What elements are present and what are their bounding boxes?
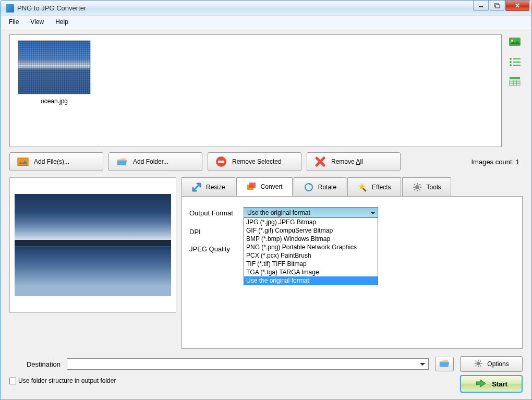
svg-rect-10 [513, 65, 521, 66]
svg-line-29 [414, 184, 415, 185]
dropdown-option[interactable]: TIF (*.tif) TIFF Bitmap [244, 260, 378, 268]
remove-selected-button[interactable]: Remove Selected [208, 152, 301, 171]
svg-rect-21 [249, 183, 256, 188]
image-icon [17, 157, 29, 166]
svg-point-24 [415, 185, 419, 189]
output-format-label: Output Format [189, 209, 244, 217]
output-format-dropdown[interactable]: JPG (*.jpg) JPEG BitmapGIF (*.gif) Compu… [244, 217, 378, 285]
svg-line-30 [419, 189, 420, 190]
convert-panel: Output Format Use the original format DP… [182, 196, 523, 349]
gallery-item[interactable]: ocean.jpg [15, 40, 93, 141]
destination-combo[interactable] [67, 358, 429, 370]
use-folder-structure-checkbox[interactable]: Use folder structure in output folder [9, 377, 116, 384]
menu-help[interactable]: Help [50, 17, 74, 27]
browse-button[interactable] [435, 357, 454, 371]
minimize-button[interactable] [473, 1, 489, 11]
svg-rect-8 [513, 62, 521, 63]
gallery-thumbnail [18, 40, 91, 94]
svg-point-33 [477, 361, 480, 365]
maximize-button[interactable] [490, 1, 504, 11]
window-title: PNG to JPG Converter [17, 4, 86, 12]
svg-rect-0 [479, 6, 483, 7]
dropdown-option[interactable]: GIF (*.gif) CompuServe Bitmap [244, 226, 378, 235]
svg-rect-6 [513, 58, 521, 59]
svg-line-31 [419, 184, 420, 185]
remove-all-button[interactable]: Remove All [307, 152, 401, 171]
svg-point-9 [510, 64, 512, 66]
add-folder-label: Add Folder... [133, 158, 168, 165]
remove-selected-label: Remove Selected [232, 158, 282, 165]
menubar: File View Help [1, 16, 531, 28]
tools-icon [412, 182, 422, 192]
resize-icon [191, 182, 202, 192]
dropdown-option[interactable]: PNG (*.png) Portable Network Graphics [244, 243, 378, 251]
tab-tools[interactable]: Tools [402, 177, 451, 196]
dpi-label: DPI [189, 228, 244, 236]
menu-file[interactable]: File [4, 17, 24, 27]
gear-icon [474, 359, 483, 370]
dropdown-option[interactable]: JPG (*.jpg) JPEG Bitmap [244, 218, 378, 226]
menu-view[interactable]: View [25, 17, 49, 27]
folder-open-icon [439, 359, 450, 370]
preview-image [15, 194, 171, 296]
thumbnail-view-icon[interactable] [508, 37, 522, 47]
svg-rect-2 [495, 5, 500, 8]
preview-pane [9, 177, 176, 313]
tab-rotate[interactable]: Rotate [294, 177, 346, 196]
svg-point-7 [510, 61, 512, 63]
svg-line-39 [480, 365, 481, 366]
jpeg-quality-label: JPEG Quality [189, 245, 244, 253]
rotate-icon [304, 182, 314, 192]
app-icon [6, 4, 14, 13]
svg-rect-23 [362, 188, 367, 192]
remove-all-label: Remove All [331, 158, 363, 165]
tab-convert[interactable]: Convert [236, 177, 293, 196]
tab-bar: Resize Convert Rotate Effects [182, 177, 523, 196]
dropdown-option[interactable]: BMP (*.bmp) Windows Bitmap [244, 235, 378, 243]
titlebar[interactable]: PNG to JPG Converter ✕ [1, 1, 531, 16]
svg-rect-12 [510, 80, 520, 86]
output-format-combo[interactable]: Use the original format [244, 207, 378, 219]
image-gallery[interactable]: ocean.jpg [9, 34, 502, 147]
arrow-right-icon [475, 379, 487, 390]
start-button[interactable]: Start [460, 375, 523, 393]
dropdown-option[interactable]: TGA (*.tga) TARGA Image [244, 268, 378, 276]
svg-point-4 [511, 40, 513, 42]
add-file-button[interactable]: Add File(s)... [9, 152, 103, 171]
effects-icon [357, 182, 368, 192]
folder-icon [116, 157, 128, 166]
convert-icon [246, 181, 257, 192]
svg-line-41 [476, 365, 477, 366]
svg-point-5 [510, 58, 512, 60]
add-file-label: Add File(s)... [34, 158, 69, 165]
minus-icon [215, 157, 227, 166]
destination-label: Destination [9, 360, 61, 368]
svg-rect-3 [509, 38, 521, 46]
svg-line-38 [476, 360, 477, 361]
images-count: Images count: 1 [471, 158, 523, 166]
dropdown-option[interactable]: PCX (*.pcx) PaintBrush [244, 251, 378, 260]
svg-line-40 [480, 360, 481, 361]
svg-rect-17 [18, 158, 28, 166]
list-view-icon[interactable] [508, 56, 522, 67]
tab-effects[interactable]: Effects [347, 177, 401, 196]
add-folder-button[interactable]: Add Folder... [108, 152, 202, 171]
delete-icon [315, 157, 326, 166]
details-view-icon[interactable] [508, 76, 522, 87]
tab-resize[interactable]: Resize [182, 177, 235, 196]
close-button[interactable]: ✕ [505, 1, 529, 11]
gallery-item-label: ocean.jpg [15, 98, 93, 105]
svg-line-32 [414, 189, 415, 190]
options-button[interactable]: Options [460, 356, 523, 372]
checkbox-icon [9, 378, 16, 384]
svg-rect-11 [510, 77, 520, 79]
svg-rect-19 [218, 161, 224, 163]
dropdown-option[interactable]: Use the original format [244, 276, 378, 285]
